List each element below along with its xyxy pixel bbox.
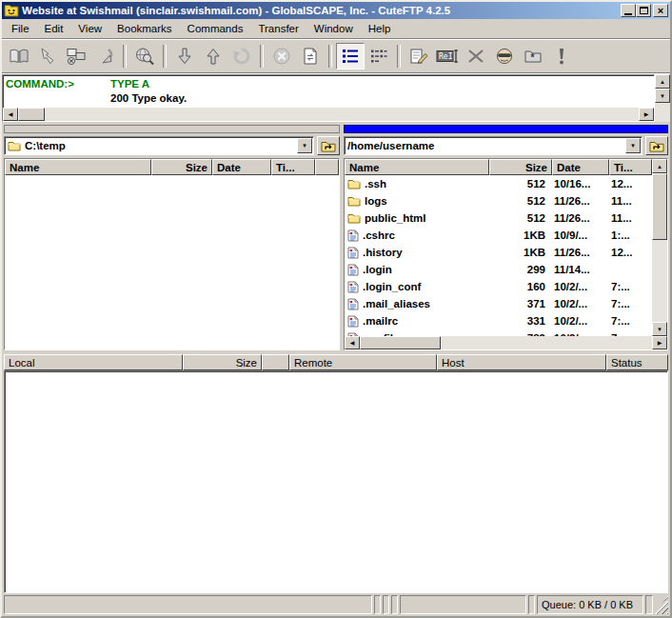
file-row-.cshrc[interactable]: .cshrc1KB10/9/...1:...	[345, 227, 652, 244]
menu-window[interactable]: Window	[306, 21, 361, 37]
file-date: 11/26...	[552, 195, 609, 207]
scrollbar-thumb[interactable]	[360, 336, 441, 349]
scrollbar-track[interactable]	[652, 240, 667, 322]
column-header-size[interactable]: Size	[183, 354, 262, 370]
column-header-size[interactable]: Size	[489, 159, 552, 175]
command-log[interactable]: COMMAND:>TYPE A200 Type okay.	[3, 75, 654, 108]
local-pane-header[interactable]	[4, 125, 340, 133]
rename-icon: ReI	[436, 48, 459, 65]
menu-commands[interactable]: Commands	[180, 21, 251, 37]
status-separator	[528, 595, 535, 614]
delete-x-icon	[466, 48, 485, 65]
scroll-left-icon[interactable]: ◀	[345, 336, 360, 349]
remote-pane-header-active[interactable]	[344, 125, 668, 133]
close-button[interactable]: ×	[653, 4, 668, 17]
scroll-up-icon[interactable]: ▲	[652, 159, 667, 173]
file-time: 11...	[609, 195, 652, 207]
file-row-.profile[interactable]: .profile78910/2/...7:...	[345, 329, 652, 336]
find-site-button[interactable]	[130, 43, 159, 70]
delete-button[interactable]	[462, 43, 490, 70]
remote-path: /home/username	[347, 140, 622, 151]
menu-view[interactable]: View	[70, 21, 109, 37]
list-view-button[interactable]	[336, 43, 365, 70]
local-file-list[interactable]	[5, 175, 339, 349]
remote-path-combobox[interactable]: /home/username ▼	[344, 136, 642, 155]
column-header-size[interactable]: Size	[151, 159, 212, 175]
file-row-.history[interactable]: .history1KB11/26...12...	[345, 244, 652, 261]
transfer-queue-list[interactable]	[4, 370, 668, 593]
minimize-button[interactable]	[621, 4, 636, 17]
maximize-button[interactable]	[636, 4, 651, 17]
scrollbar-track[interactable]	[655, 103, 670, 122]
file-row-logs[interactable]: logs51211/26...11...	[345, 192, 652, 209]
column-header-remote[interactable]: Remote	[289, 354, 437, 370]
menu-help[interactable]: Help	[361, 21, 399, 37]
scroll-up-icon[interactable]: ▲	[655, 74, 670, 89]
column-header-host[interactable]: Host	[437, 354, 606, 370]
reconnect-button[interactable]	[90, 43, 119, 70]
edit-file-button[interactable]	[405, 43, 433, 70]
column-header-ti[interactable]: Ti...	[609, 159, 652, 175]
file-row-.ssh[interactable]: .ssh51210/16...12...	[345, 175, 652, 192]
column-header-name[interactable]: Name	[5, 159, 151, 175]
folder-icon	[347, 178, 361, 189]
local-path: C:\temp	[25, 140, 293, 151]
file-row-.login[interactable]: .login29911/14...	[345, 261, 652, 278]
file-row-.mail_aliases[interactable]: .mail_aliases37110/2/...7:...	[345, 295, 652, 312]
make-directory-button[interactable]: *	[519, 43, 547, 70]
scrollbar-track[interactable]	[441, 336, 652, 349]
local-up-directory-button[interactable]	[317, 136, 340, 155]
help-exclamation-icon	[556, 47, 567, 66]
quick-connect-button[interactable]	[33, 43, 62, 70]
log-horizontal-scrollbar[interactable]: ◀ ▶	[3, 108, 654, 121]
menu-edit[interactable]: Edit	[37, 21, 71, 37]
column-header-date[interactable]: Date	[552, 159, 609, 175]
scroll-right-icon[interactable]: ▶	[639, 108, 654, 121]
remote-horizontal-scrollbar[interactable]: ◀ ▶	[345, 336, 667, 349]
rename-button[interactable]: ReI	[433, 43, 462, 70]
scroll-left-icon[interactable]: ◀	[3, 108, 18, 121]
upload-button[interactable]	[199, 43, 227, 70]
help-button[interactable]	[547, 43, 576, 70]
column-header-status[interactable]: Status	[606, 354, 668, 370]
view-file-button[interactable]	[490, 43, 519, 70]
column-header-ti[interactable]: Ti...	[271, 159, 315, 175]
book-icon	[9, 47, 30, 66]
status-message-panel	[4, 595, 372, 614]
file-size: 1KB	[489, 247, 552, 258]
chevron-down-icon[interactable]: ▼	[297, 138, 312, 153]
menu-transfer[interactable]: Transfer	[250, 21, 306, 37]
download-button[interactable]	[170, 43, 199, 70]
column-header-local[interactable]: Local	[4, 354, 183, 370]
column-header-name[interactable]: Name	[345, 159, 489, 175]
remote-vertical-scrollbar[interactable]: ▲ ▼	[652, 159, 667, 336]
cuteftp-window: Website at Swishmail (sinclair.swishmail…	[0, 0, 672, 618]
resize-grip[interactable]	[655, 595, 668, 614]
scroll-down-icon[interactable]: ▼	[655, 89, 670, 103]
remote-up-directory-button[interactable]	[645, 136, 668, 155]
column-header-date[interactable]: Date	[212, 159, 271, 175]
remote-file-list[interactable]: .ssh51210/16...12...logs51211/26...11...…	[345, 175, 652, 336]
menu-file[interactable]: File	[4, 21, 37, 37]
scrollbar-thumb[interactable]	[652, 173, 667, 240]
site-manager-button[interactable]	[5, 43, 33, 70]
menu-bookmarks[interactable]: Bookmarks	[109, 21, 180, 37]
local-path-combobox[interactable]: C:\temp ▼	[4, 136, 314, 155]
chevron-down-icon[interactable]: ▼	[625, 138, 641, 153]
log-vertical-scrollbar[interactable]: ▲ ▼	[655, 74, 670, 122]
file-row-.login_conf[interactable]: .login_conf16010/2/...7:...	[345, 278, 652, 295]
edit-document-icon	[409, 47, 428, 66]
stop-button	[267, 43, 296, 70]
file-time: 7:...	[609, 281, 652, 292]
refresh-button[interactable]	[296, 43, 325, 70]
scrollbar-thumb[interactable]	[18, 108, 45, 121]
file-row-public_html[interactable]: public_html51211/26...11...	[345, 209, 652, 227]
scrollbar-track[interactable]	[45, 108, 639, 121]
detail-view-button[interactable]	[365, 43, 393, 70]
column-header-blank[interactable]	[262, 354, 289, 370]
scroll-right-icon[interactable]: ▶	[652, 336, 667, 349]
log-prompt: COMMAND:>	[6, 78, 110, 90]
disconnect-button[interactable]	[62, 43, 90, 70]
scroll-down-icon[interactable]: ▼	[652, 322, 667, 336]
file-row-.mailrc[interactable]: .mailrc33110/2/...7:...	[345, 312, 652, 329]
